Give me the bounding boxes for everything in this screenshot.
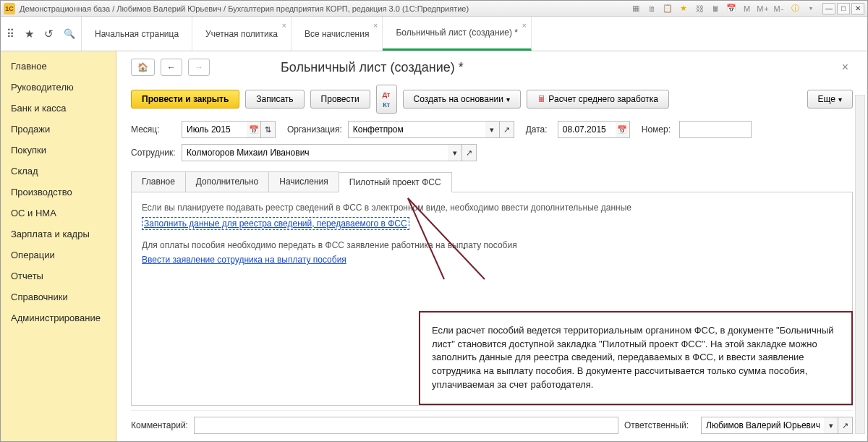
star-icon[interactable]: ★ bbox=[678, 3, 689, 14]
sidebar-item-admin[interactable]: Администрирование bbox=[11, 307, 116, 328]
subtab-fss-pilot[interactable]: Пилотный проект ФСС bbox=[339, 172, 452, 192]
sidebar-item-production[interactable]: Производство bbox=[11, 182, 116, 203]
employee-input-group: ▾ ↗ bbox=[182, 144, 477, 161]
write-button[interactable]: Записать bbox=[245, 90, 304, 109]
subtab-main[interactable]: Главное bbox=[131, 171, 186, 192]
calc-avg-button[interactable]: 🖩 Расчет среднего заработка bbox=[527, 90, 669, 109]
page-header: 🏠 ← → Больничный лист (создание) * × bbox=[131, 59, 853, 76]
back-button[interactable]: ← bbox=[161, 59, 182, 76]
date-label: Дата: bbox=[526, 124, 552, 135]
info-dropdown-icon[interactable]: ▾ bbox=[805, 3, 817, 14]
more-button[interactable]: Еще▾ bbox=[807, 90, 853, 109]
form-row-1: Месяц: 📅 ⇅ Организация: ▾ ↗ Дата: 📅 Н bbox=[131, 121, 853, 138]
comment-input[interactable] bbox=[194, 417, 618, 434]
memory-m[interactable]: M bbox=[741, 3, 753, 14]
month-label: Месяц: bbox=[131, 124, 176, 135]
submit-button[interactable]: Провести bbox=[310, 90, 370, 109]
top-tabs: Начальная страница Учетная политика× Все… bbox=[82, 17, 867, 51]
memory-m-minus[interactable]: M- bbox=[773, 3, 785, 14]
org-dropdown-icon[interactable]: ▾ bbox=[485, 121, 500, 138]
title-bar: 1C Демонстрационная база / Любимов Валер… bbox=[1, 1, 867, 17]
responsible-open-icon[interactable]: ↗ bbox=[838, 417, 853, 434]
submit-close-button[interactable]: Провести и закрыть bbox=[131, 90, 239, 109]
btn-label: Создать на основании bbox=[414, 94, 504, 104]
home-button[interactable]: 🏠 bbox=[131, 59, 155, 76]
month-stepper-icon[interactable]: ⇅ bbox=[261, 121, 276, 138]
clipboard-icon[interactable]: 📋 bbox=[662, 3, 673, 14]
fill-registry-link[interactable]: Заполнить данные для реестра сведений, п… bbox=[142, 217, 409, 230]
sidebar-item-sales[interactable]: Продажи bbox=[11, 119, 116, 140]
sidebar-item-salary[interactable]: Зарплата и кадры bbox=[11, 224, 116, 245]
create-based-button[interactable]: Создать на основании▾ bbox=[403, 90, 522, 109]
month-picker-icon[interactable]: 📅 bbox=[247, 121, 261, 138]
sidebar-item-operations[interactable]: Операции bbox=[11, 245, 116, 265]
memory-m-plus[interactable]: M+ bbox=[757, 3, 769, 14]
date-input-group: 📅 bbox=[558, 121, 630, 138]
responsible-dropdown-icon[interactable]: ▾ bbox=[824, 417, 838, 434]
btn-label: Расчет среднего заработка bbox=[548, 94, 658, 104]
page-title: Больничный лист (создание) * bbox=[281, 60, 464, 75]
calc-icon[interactable]: 🖩 bbox=[710, 3, 721, 14]
tab-label: Больничный лист (создание) * bbox=[396, 27, 518, 38]
month-input[interactable] bbox=[182, 121, 247, 138]
close-window-button[interactable]: ✕ bbox=[851, 3, 864, 14]
subtab-accruals[interactable]: Начисления bbox=[268, 171, 339, 192]
subtab-additional[interactable]: Дополнительно bbox=[185, 171, 269, 192]
grid-icon[interactable]: ▦ bbox=[630, 3, 642, 14]
page-close-button[interactable]: × bbox=[838, 59, 853, 75]
sidebar-item-bank[interactable]: Банк и касса bbox=[11, 98, 116, 119]
date-picker-icon[interactable]: 📅 bbox=[616, 121, 630, 138]
employee-input[interactable] bbox=[182, 144, 448, 161]
minimize-button[interactable]: — bbox=[822, 3, 835, 14]
app-logo: 1C bbox=[4, 3, 15, 14]
info-text-1: Если вы планируете подавать реестр сведе… bbox=[142, 203, 842, 213]
maximize-button[interactable]: □ bbox=[837, 3, 850, 14]
form-row-2: Сотрудник: ▾ ↗ bbox=[131, 144, 853, 161]
vertical-scrollbar[interactable] bbox=[855, 95, 865, 434]
favorites-icon[interactable]: ★ bbox=[25, 27, 34, 41]
employee-label: Сотрудник: bbox=[131, 148, 176, 158]
org-open-icon[interactable]: ↗ bbox=[500, 121, 514, 138]
dtkt-button[interactable]: ДтКт bbox=[376, 85, 397, 114]
close-icon[interactable]: × bbox=[281, 21, 286, 30]
tab-label: Все начисления bbox=[305, 29, 370, 39]
info-icon[interactable]: ⓘ bbox=[789, 3, 801, 14]
sidebar-item-warehouse[interactable]: Склад bbox=[11, 161, 116, 182]
calendar-icon[interactable]: 📅 bbox=[726, 3, 737, 14]
create-application-link[interactable]: Ввести заявление сотрудника на выплату п… bbox=[142, 255, 346, 265]
close-icon[interactable]: × bbox=[522, 21, 527, 30]
close-icon[interactable]: × bbox=[373, 21, 378, 30]
sidebar-item-assets[interactable]: ОС и НМА bbox=[11, 203, 116, 224]
history-icon[interactable]: ↺ bbox=[44, 27, 54, 41]
apps-icon[interactable]: ⠿ bbox=[7, 27, 14, 41]
link-icon[interactable]: ⛓ bbox=[694, 3, 705, 14]
titlebar-tools: ▦ 🗎 📋 ★ ⛓ 🖩 📅 M M+ M- ⓘ ▾ bbox=[630, 3, 817, 14]
employee-dropdown-icon[interactable]: ▾ bbox=[448, 144, 462, 161]
responsible-input[interactable] bbox=[701, 417, 824, 434]
main-toolbar: ⠿ ★ ↺ 🔍 Начальная страница Учетная полит… bbox=[1, 17, 867, 51]
sidebar-item-purchases[interactable]: Покупки bbox=[11, 140, 116, 161]
sidebar-item-manager[interactable]: Руководителю bbox=[11, 77, 116, 98]
tab-accruals[interactable]: Все начисления× bbox=[292, 17, 383, 51]
app-window: 1C Демонстрационная база / Любимов Валер… bbox=[0, 0, 868, 442]
window-title: Демонстрационная база / Любимов Валерий … bbox=[20, 4, 630, 13]
forward-button[interactable]: → bbox=[188, 59, 210, 76]
number-input[interactable] bbox=[679, 121, 752, 138]
tab-policy[interactable]: Учетная политика× bbox=[192, 17, 292, 51]
sidebar-item-reports[interactable]: Отчеты bbox=[11, 265, 116, 286]
tab-home[interactable]: Начальная страница bbox=[82, 17, 192, 51]
sidebar-item-main[interactable]: Главное bbox=[11, 56, 116, 77]
toolbar-left: ⠿ ★ ↺ 🔍 bbox=[1, 17, 82, 51]
main-area: 🏠 ← → Больничный лист (создание) * × Про… bbox=[116, 51, 867, 441]
date-input[interactable] bbox=[558, 121, 616, 138]
tab-label: Начальная страница bbox=[95, 29, 179, 39]
org-input[interactable] bbox=[348, 121, 485, 138]
comment-label: Комментарий: bbox=[131, 420, 188, 430]
search-icon[interactable]: 🔍 bbox=[64, 28, 75, 39]
employee-open-icon[interactable]: ↗ bbox=[462, 144, 477, 161]
sidebar-item-refs[interactable]: Справочники bbox=[11, 286, 116, 307]
info-text-2: Для оплаты пособия необходимо передать в… bbox=[142, 240, 842, 250]
bottom-row: Комментарий: Ответственный: ▾ ↗ bbox=[131, 410, 853, 434]
tab-sick-leave[interactable]: Больничный лист (создание) *× bbox=[383, 17, 532, 51]
doc-icon[interactable]: 🗎 bbox=[646, 3, 658, 14]
